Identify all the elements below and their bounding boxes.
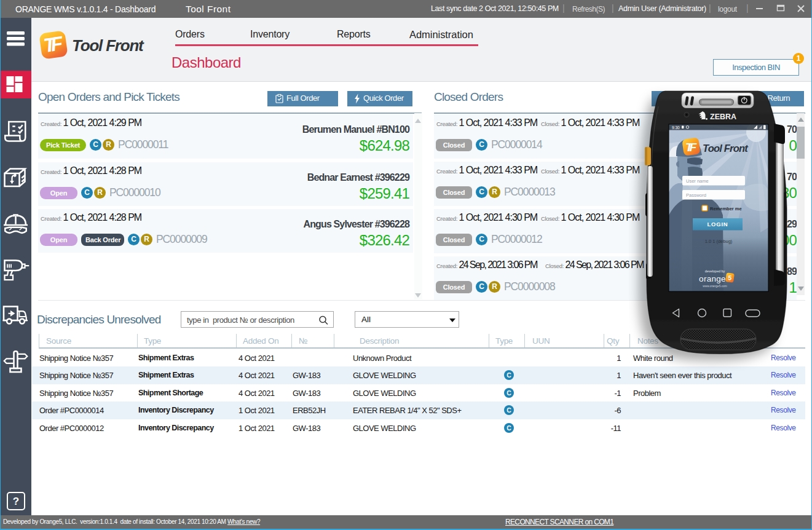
svg-text:orange: orange xyxy=(699,274,726,283)
svg-text:Password: Password xyxy=(686,192,706,198)
svg-text:9:30: 9:30 xyxy=(672,125,680,130)
svg-text:User name: User name xyxy=(686,178,709,184)
svg-text:Tool Front: Tool Front xyxy=(703,143,749,154)
svg-text:1.0 1 (debug): 1.0 1 (debug) xyxy=(705,239,733,244)
svg-text:Remember me: Remember me xyxy=(710,206,742,212)
svg-text:LOGIN: LOGIN xyxy=(707,221,728,227)
svg-text:developed by: developed by xyxy=(705,269,725,273)
svg-text:ZEBRA: ZEBRA xyxy=(710,113,736,121)
svg-text:www.orange5.com: www.orange5.com xyxy=(703,285,727,288)
